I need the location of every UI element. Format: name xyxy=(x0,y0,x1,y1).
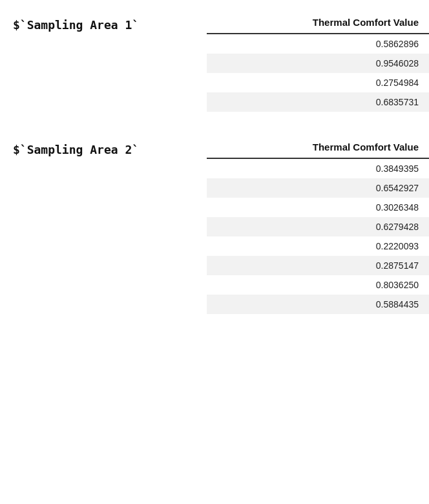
table-row: 0.5884435 xyxy=(207,295,429,314)
table-cell-value: 0.6542927 xyxy=(207,178,429,198)
table-row: 0.8036250 xyxy=(207,275,429,295)
table-cell-value: 0.5884435 xyxy=(207,295,429,314)
page-container: $`Sampling Area 1`Thermal Comfort Value0… xyxy=(0,0,429,327)
table-row: 0.2754984 xyxy=(207,73,429,92)
section-label-1: $`Sampling Area 1` xyxy=(13,13,207,32)
table-row: 0.3849395 xyxy=(207,158,429,178)
table-cell-value: 0.5862896 xyxy=(207,34,429,54)
table-row: 0.2220093 xyxy=(207,236,429,256)
table-row: 0.3026348 xyxy=(207,198,429,217)
table-cell-value: 0.2875147 xyxy=(207,256,429,275)
table-cell-value: 0.6279428 xyxy=(207,217,429,236)
section-label-2: $`Sampling Area 2` xyxy=(13,138,207,156)
table-cell-value: 0.2220093 xyxy=(207,236,429,256)
table-row: 0.2875147 xyxy=(207,256,429,275)
table-row: 0.6542927 xyxy=(207,178,429,198)
data-table-1: Thermal Comfort Value0.58628960.95460280… xyxy=(207,13,429,112)
table-cell-value: 0.3849395 xyxy=(207,158,429,178)
table-cell-value: 0.9546028 xyxy=(207,54,429,73)
table-cell-value: 0.3026348 xyxy=(207,198,429,217)
table-cell-value: 0.6835731 xyxy=(207,92,429,112)
column-header-1: Thermal Comfort Value xyxy=(207,13,429,34)
data-table-2: Thermal Comfort Value0.38493950.65429270… xyxy=(207,138,429,314)
table-row: 0.5862896 xyxy=(207,34,429,54)
table-row: 0.9546028 xyxy=(207,54,429,73)
section-2: $`Sampling Area 2`Thermal Comfort Value0… xyxy=(0,125,429,327)
section-1: $`Sampling Area 1`Thermal Comfort Value0… xyxy=(0,0,429,125)
table-cell-value: 0.2754984 xyxy=(207,73,429,92)
column-header-2: Thermal Comfort Value xyxy=(207,138,429,158)
table-cell-value: 0.8036250 xyxy=(207,275,429,295)
table-row: 0.6835731 xyxy=(207,92,429,112)
table-row: 0.6279428 xyxy=(207,217,429,236)
